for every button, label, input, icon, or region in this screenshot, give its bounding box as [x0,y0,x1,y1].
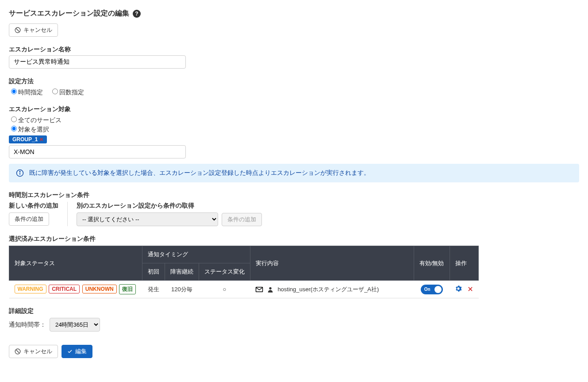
notify-select[interactable]: 24時間365日 [50,318,100,332]
th-timing: 通知タイミング [142,246,250,263]
cancel-button-top-label: キャンセル [23,26,52,34]
add-condition-label: 新しい条件の追加 [9,202,58,210]
cancel-button-top[interactable]: キャンセル [9,23,58,37]
th-change: ステータス変化 [199,263,250,281]
th-cont: 障害継続 [165,263,199,281]
user-icon [267,286,274,293]
badge-recovery: 復旧 [119,284,136,294]
tag-remove-icon[interactable]: ✕ [39,137,43,143]
cell-exec: hosting_user(ホスティングユーザ_A社) [250,281,414,298]
cell-change: ○ [199,281,250,298]
info-icon [16,169,24,177]
cell-enable: On [414,281,450,298]
submit-button[interactable]: 編集 [61,345,92,358]
import-condition-select[interactable]: -- 選択してください -- [77,212,218,226]
notify-label: 通知時間帯： [9,321,46,329]
target-tag: GROUP_1 ✕ [9,135,47,143]
cell-status: WARNING CRITICAL UNKNOWN 復旧 [9,281,142,298]
condition-title: 時間別エスカレーション条件 [9,191,579,199]
method-count-option[interactable]: 回数指定 [50,89,84,96]
import-condition-button[interactable]: 条件の追加 [222,213,262,226]
gear-icon[interactable] [455,287,464,293]
method-time-text: 時間指定 [18,89,43,96]
target-all-option[interactable]: 全てのサービス [9,116,61,123]
th-exec: 実行内容 [250,246,414,281]
import-condition-label: 別のエスカレーション設定から条件の取得 [77,202,262,210]
check-icon [67,349,73,354]
page-title: サービスエスカレーション設定の編集 ? [9,9,579,18]
method-time-option[interactable]: 時間指定 [9,89,43,96]
badge-unknown: UNKNOWN [82,285,117,293]
method-time-radio[interactable] [11,89,17,94]
cell-cont: 120分毎 [165,281,199,298]
cell-first: 発生 [142,281,165,298]
cell-user: hosting_user(ホスティングユーザ_A社) [277,286,379,293]
th-status: 対象ステータス [9,246,142,281]
cell-ops [450,281,479,298]
target-search-input[interactable] [9,145,186,158]
toggle-knob [434,286,442,293]
mail-icon [255,286,263,293]
method-label: 設定方法 [9,77,579,85]
target-select-option[interactable]: 対象を選択 [9,126,49,133]
escalation-name-input[interactable] [9,55,186,69]
help-icon[interactable]: ? [133,10,141,18]
svg-point-4 [19,171,20,172]
badge-warning: WARNING [15,285,46,293]
page-title-text: サービスエスカレーション設定の編集 [9,9,129,18]
target-all-text: 全てのサービス [18,116,61,123]
selected-title: 選択済みエスカレーション条件 [9,235,579,243]
badge-critical: CRITICAL [49,285,80,293]
cancel-icon [15,348,21,355]
cancel-button-bottom[interactable]: キャンセル [9,345,58,358]
target-all-radio[interactable] [11,116,17,122]
th-enable: 有効/無効 [414,246,450,281]
enable-toggle[interactable]: On [421,285,443,294]
escalation-name-label: エスカレーション名称 [9,46,579,54]
th-ops: 操作 [450,246,479,281]
svg-line-1 [16,29,19,32]
svg-line-10 [16,350,19,353]
table-row: WARNING CRITICAL UNKNOWN 復旧 発生 120分毎 ○ h… [9,281,479,298]
detail-title: 詳細設定 [9,307,579,315]
svg-point-6 [269,287,272,289]
divider [67,202,68,226]
info-alert: 既に障害が発生している対象を選択した場合、エスカレーション設定登録した時点よりエ… [9,164,579,182]
submit-button-label: 編集 [75,347,87,355]
info-text: 既に障害が発生している対象を選択した場合、エスカレーション設定登録した時点よりエ… [29,169,370,177]
target-select-radio[interactable] [11,126,17,131]
target-select-text: 対象を選択 [18,126,49,133]
delete-icon[interactable] [467,287,473,293]
target-label: エスカレーション対象 [9,105,579,113]
cancel-button-bottom-label: キャンセル [23,347,52,355]
target-tag-label: GROUP_1 [12,136,38,143]
method-count-radio[interactable] [52,89,58,94]
condition-table: 対象ステータス 通知タイミング 実行内容 有効/無効 操作 初回 障害継続 ステ… [9,246,479,298]
cancel-icon [15,27,21,33]
add-condition-button[interactable]: 条件の追加 [9,212,49,226]
th-first: 初回 [142,263,165,281]
method-count-text: 回数指定 [59,89,84,96]
